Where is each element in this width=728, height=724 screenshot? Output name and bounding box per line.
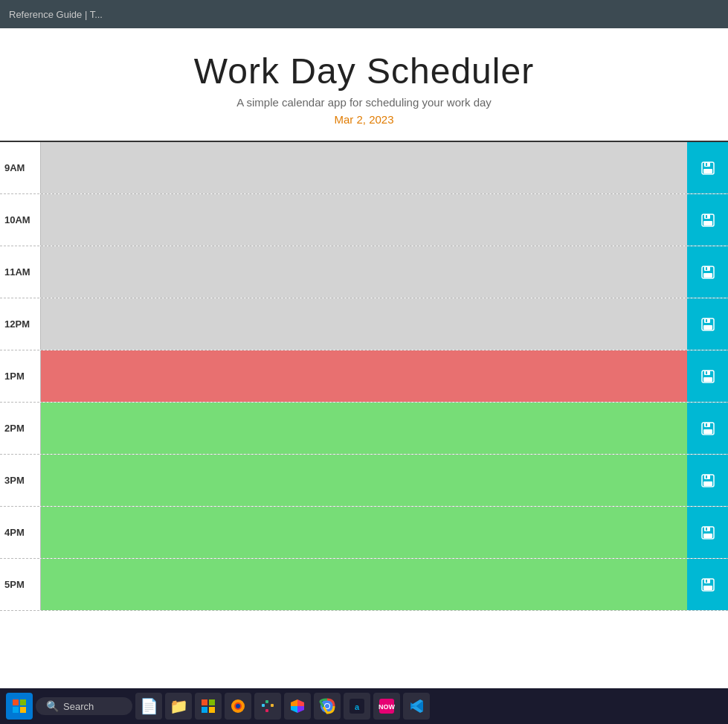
- slack-taskbar-icon[interactable]: [254, 693, 281, 720]
- time-row-9am: 9AM: [0, 142, 728, 194]
- save-icon: [700, 577, 715, 592]
- svg-rect-38: [202, 707, 207, 713]
- time-row-2pm: 2PM: [0, 403, 728, 455]
- now-icon: NOW: [379, 698, 395, 714]
- svg-rect-6: [703, 221, 712, 225]
- save-icon: [700, 421, 715, 436]
- save-icon: [700, 317, 715, 332]
- svg-rect-15: [706, 319, 707, 322]
- svg-rect-39: [209, 707, 215, 713]
- time-input-3pm[interactable]: [41, 455, 687, 506]
- svg-rect-23: [706, 423, 707, 426]
- time-label-9am: 9AM: [0, 142, 41, 193]
- time-label-4pm: 4PM: [0, 507, 41, 558]
- save-btn-2pm[interactable]: [687, 403, 728, 454]
- scheduler: 9AM10AM11AM12PM1PM2PM3PM4PM5PM: [0, 142, 728, 611]
- time-label-12pm: 12PM: [0, 298, 41, 350]
- app-date: Mar 2, 2023: [0, 113, 728, 126]
- vscode-icon: [408, 698, 425, 714]
- svg-marker-47: [297, 699, 304, 706]
- time-input-11am[interactable]: [41, 246, 687, 298]
- save-btn-4pm[interactable]: [687, 507, 728, 558]
- svg-marker-50: [297, 706, 304, 713]
- svg-rect-35: [706, 580, 707, 583]
- svg-rect-46: [265, 709, 268, 712]
- svg-rect-45: [271, 704, 274, 707]
- svg-rect-19: [706, 371, 707, 374]
- time-input-9am[interactable]: [41, 142, 687, 193]
- svg-point-53: [325, 704, 329, 708]
- firefox-icon: [230, 698, 246, 714]
- time-input-2pm[interactable]: [41, 403, 687, 454]
- svg-rect-10: [703, 273, 712, 278]
- time-row-12pm: 12PM: [0, 298, 728, 350]
- ms-taskbar-icon[interactable]: [284, 693, 311, 720]
- search-icon: 🔍: [46, 700, 59, 712]
- svg-rect-44: [265, 700, 268, 703]
- chrome-icon: [319, 698, 335, 714]
- search-bar[interactable]: 🔍 Search: [36, 697, 132, 715]
- search-label: Search: [63, 701, 94, 712]
- chrome-taskbar-icon[interactable]: [314, 693, 341, 720]
- svg-rect-3: [706, 163, 707, 166]
- title-bar-text: Reference Guide | T...: [9, 9, 103, 20]
- time-label-1pm: 1PM: [0, 350, 41, 402]
- svg-rect-30: [703, 534, 712, 538]
- time-label-10am: 10AM: [0, 194, 41, 246]
- store-taskbar-icon[interactable]: [195, 693, 222, 720]
- time-label-3pm: 3PM: [0, 455, 41, 506]
- start-button[interactable]: [6, 693, 33, 720]
- vscode-taskbar-icon[interactable]: [403, 693, 430, 720]
- time-row-3pm: 3PM: [0, 455, 728, 507]
- svg-rect-34: [703, 586, 712, 590]
- title-bar: Reference Guide | T...: [0, 0, 728, 28]
- save-btn-5pm[interactable]: [687, 559, 728, 610]
- save-btn-3pm[interactable]: [687, 455, 728, 506]
- time-row-10am: 10AM: [0, 194, 728, 246]
- explorer-taskbar-icon[interactable]: 📁: [165, 693, 192, 720]
- taskbar: 🔍 Search 📄 📁: [0, 688, 728, 724]
- app-title: Work Day Scheduler: [0, 51, 728, 92]
- save-btn-11am[interactable]: [687, 246, 728, 298]
- svg-rect-14: [703, 325, 712, 330]
- prime-taskbar-icon[interactable]: a: [344, 693, 370, 720]
- save-btn-10am[interactable]: [687, 194, 728, 246]
- svg-rect-27: [706, 475, 707, 478]
- time-row-5pm: 5PM: [0, 559, 728, 611]
- svg-rect-18: [703, 377, 712, 382]
- time-input-4pm[interactable]: [41, 507, 687, 558]
- svg-rect-31: [706, 528, 707, 531]
- save-btn-1pm[interactable]: [687, 350, 728, 402]
- slack-icon: [260, 698, 276, 714]
- svg-point-42: [236, 704, 240, 708]
- save-btn-9am[interactable]: [687, 142, 728, 193]
- microsoft-icon: [289, 698, 306, 714]
- svg-rect-43: [262, 704, 265, 707]
- svg-marker-48: [291, 699, 297, 706]
- save-icon: [700, 473, 715, 488]
- save-icon: [700, 369, 715, 384]
- time-label-11am: 11AM: [0, 246, 41, 298]
- store-icon: [200, 698, 216, 714]
- firefox-taskbar-icon[interactable]: [225, 693, 251, 720]
- app-subtitle: A simple calendar app for scheduling you…: [0, 96, 728, 109]
- now-taskbar-icon[interactable]: NOW: [373, 693, 400, 720]
- time-input-10am[interactable]: [41, 194, 687, 246]
- svg-marker-49: [291, 706, 297, 713]
- app-header: Work Day Scheduler A simple calendar app…: [0, 28, 728, 142]
- svg-text:a: a: [355, 702, 360, 711]
- time-row-4pm: 4PM: [0, 507, 728, 559]
- files-taskbar-icon[interactable]: 📄: [135, 693, 162, 720]
- time-label-5pm: 5PM: [0, 559, 41, 610]
- time-input-1pm[interactable]: [41, 350, 687, 402]
- svg-text:NOW: NOW: [379, 703, 395, 711]
- save-btn-12pm[interactable]: [687, 298, 728, 350]
- svg-rect-11: [706, 267, 707, 270]
- windows-icon: [13, 699, 26, 713]
- svg-rect-2: [703, 169, 712, 173]
- time-label-2pm: 2PM: [0, 403, 41, 454]
- time-input-5pm[interactable]: [41, 559, 687, 610]
- prime-icon: a: [349, 698, 365, 714]
- save-icon: [700, 161, 715, 176]
- time-input-12pm[interactable]: [41, 298, 687, 350]
